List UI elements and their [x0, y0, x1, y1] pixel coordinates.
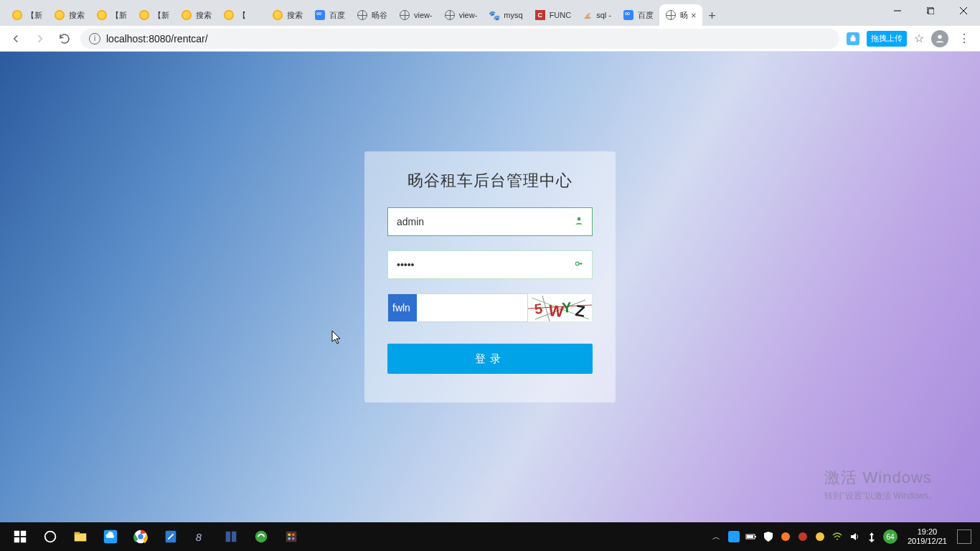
browser-tab[interactable]: 百度 [617, 4, 659, 26]
extension-icon[interactable] [847, 32, 859, 45]
minimize-button[interactable] [881, 0, 914, 22]
taskbar-clock[interactable]: 19:20 2019/12/21 [903, 527, 951, 546]
chrome-icon[interactable] [126, 522, 155, 551]
close-tab-icon[interactable]: × [691, 10, 697, 21]
back-button[interactable] [7, 30, 24, 47]
sun-icon [96, 9, 108, 21]
browser-tab[interactable]: 百度 [308, 4, 351, 26]
svg-rect-39 [728, 531, 740, 542]
tray-shield-icon[interactable] [763, 531, 774, 542]
notes-app-icon[interactable] [156, 522, 185, 551]
url-text: localhost:8080/rentcar/ [106, 33, 208, 44]
svg-rect-1 [586, 18, 590, 19]
tab-label: 【新 [154, 10, 169, 21]
cortana-button[interactable] [36, 522, 65, 551]
extension-badge[interactable]: 拖拽上传 [867, 31, 907, 47]
tray-ime-icon[interactable] [866, 531, 877, 542]
username-input[interactable] [387, 207, 593, 236]
tray-battery-icon[interactable] [745, 531, 757, 542]
svg-point-37 [288, 537, 291, 540]
reload-button[interactable] [56, 30, 73, 47]
close-window-button[interactable] [947, 0, 980, 22]
tray-volume-icon[interactable] [849, 531, 860, 542]
globe-icon [399, 9, 410, 21]
svg-point-35 [288, 533, 291, 536]
tab-label: 【新 [27, 10, 42, 21]
file-explorer-icon[interactable] [66, 522, 95, 551]
browser-tab[interactable]: 【 [217, 4, 252, 26]
sun-icon [54, 9, 65, 21]
extension-label: 拖拽上传 [871, 33, 903, 44]
tray-orange-icon[interactable] [780, 531, 791, 542]
book-app-icon[interactable] [217, 522, 245, 551]
new-tab-button[interactable]: + [702, 6, 722, 26]
maximize-button[interactable] [914, 0, 947, 22]
captcha-image[interactable]: 5 W Y Z [528, 293, 593, 322]
browser-chrome: 【新 搜索 【新 【新 搜索 【 搜索 百度 旸谷 view- view- 🐾m… [0, 0, 980, 52]
svg-rect-34 [286, 532, 297, 542]
key-icon [574, 259, 584, 271]
password-input[interactable] [387, 250, 593, 279]
tab-label: 【 [238, 10, 246, 21]
tab-label: 搜索 [69, 10, 85, 21]
browser-tab[interactable]: 搜索 [48, 4, 90, 26]
tab-label: 搜索 [287, 10, 303, 21]
browser-tab[interactable]: view- [438, 4, 484, 26]
clock-time: 19:20 [908, 527, 947, 537]
browser-tab[interactable]: 搜索 [175, 4, 217, 26]
svg-point-33 [255, 531, 268, 543]
username-field [387, 207, 593, 236]
svg-point-44 [798, 532, 807, 541]
browser-tab[interactable]: sql - [577, 4, 617, 26]
browser-tab[interactable]: 🐾mysq [483, 4, 528, 26]
baidu-icon [623, 9, 634, 21]
svg-rect-27 [75, 532, 80, 535]
browser-tab[interactable]: 【新 [133, 4, 175, 26]
svg-rect-3 [586, 14, 590, 16]
tray-wifi-icon[interactable] [831, 531, 843, 542]
browser-tab[interactable]: 旸谷 [351, 4, 393, 26]
url-box[interactable]: i localhost:8080/rentcar/ [80, 29, 839, 49]
sun-icon [181, 9, 192, 21]
tab-label: 百度 [638, 10, 654, 21]
bookmark-star-icon[interactable]: ☆ [914, 32, 924, 45]
c-icon: C [534, 9, 546, 21]
taskbar-left: 8 [6, 522, 306, 551]
sun-icon [138, 9, 150, 21]
browser-tab[interactable]: 【新 [6, 4, 48, 26]
browser-tab[interactable]: view- [393, 4, 438, 26]
profile-avatar-icon[interactable] [931, 30, 948, 47]
system-tray: ︿ 64 19:20 2019/12/21 [711, 527, 974, 546]
tray-yellow-icon[interactable] [814, 531, 826, 542]
ide-app-icon[interactable]: 8 [187, 522, 215, 551]
site-info-icon[interactable]: i [89, 33, 100, 44]
svg-text:5: 5 [533, 301, 543, 317]
tray-chevron-up-icon[interactable]: ︿ [711, 531, 722, 542]
browser-tab[interactable]: 【新 [90, 4, 133, 26]
password-field [387, 250, 593, 279]
tray-red-icon[interactable] [797, 531, 809, 542]
kebab-menu-icon[interactable]: ⋮ [956, 32, 973, 45]
login-button[interactable]: 登录 [387, 344, 593, 374]
tray-input-badge[interactable]: 64 [883, 529, 897, 544]
forward-button[interactable] [32, 30, 49, 47]
browser-tab[interactable]: CFUNC [529, 4, 578, 26]
svg-rect-22 [21, 531, 26, 536]
tab-label: 搜索 [196, 10, 212, 21]
misc-app-icon[interactable] [277, 522, 306, 551]
captcha-input[interactable] [387, 293, 528, 322]
sun-icon [223, 9, 235, 21]
start-button[interactable] [6, 522, 34, 551]
window-controls [881, 0, 980, 22]
tab-label: 百度 [329, 10, 345, 21]
action-center-icon[interactable] [957, 529, 971, 544]
watermark-line1: 激活 Windows [824, 467, 937, 489]
browser-tab-active[interactable]: 旸× [659, 4, 702, 26]
green-app-icon[interactable] [247, 522, 275, 551]
tray-cloud-icon[interactable] [728, 531, 740, 542]
globe-icon [665, 9, 677, 21]
browser-tab[interactable]: 搜索 [266, 4, 308, 26]
tab-label: view- [414, 11, 433, 19]
cloud-app-icon[interactable] [96, 522, 125, 551]
sun-icon [11, 9, 23, 21]
